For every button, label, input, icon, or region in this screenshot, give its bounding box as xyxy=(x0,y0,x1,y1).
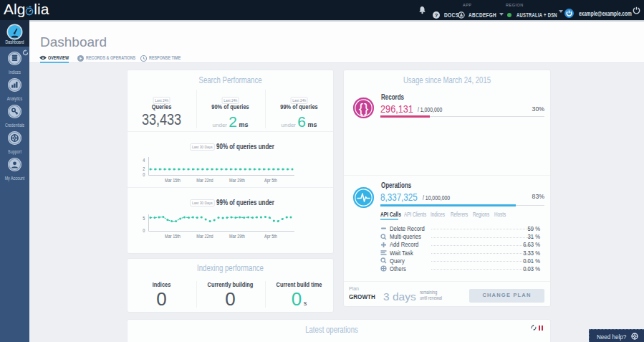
svg-text:?: ? xyxy=(435,11,438,18)
svg-text:{}: {} xyxy=(358,100,369,115)
